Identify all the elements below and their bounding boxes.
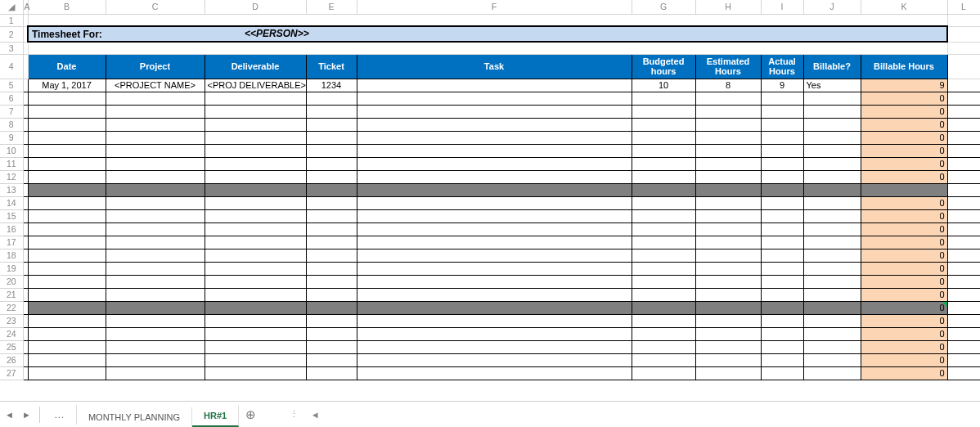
cell[interactable] <box>106 222 205 236</box>
cell[interactable] <box>947 209 980 222</box>
cell[interactable] <box>761 170 803 183</box>
cell[interactable] <box>695 353 761 366</box>
col-header[interactable]: I <box>761 0 803 14</box>
header-deliverable[interactable]: Deliverable <box>205 54 306 79</box>
row-header[interactable]: 12 <box>0 170 23 183</box>
cell[interactable] <box>28 105 106 118</box>
cell[interactable] <box>306 92 357 105</box>
cell[interactable] <box>761 92 803 105</box>
cell[interactable] <box>947 288 980 301</box>
col-header[interactable]: K <box>861 0 947 14</box>
cell[interactable] <box>632 131 695 144</box>
cell[interactable] <box>803 196 861 209</box>
cell[interactable] <box>632 353 695 366</box>
cell[interactable] <box>357 366 632 380</box>
cell[interactable] <box>205 236 306 249</box>
cell[interactable] <box>632 170 695 183</box>
cell[interactable] <box>632 275 695 288</box>
cell[interactable] <box>205 183 306 196</box>
row-header[interactable]: 5 <box>0 79 23 92</box>
cell[interactable] <box>306 170 357 183</box>
cell[interactable] <box>695 249 761 262</box>
cell[interactable] <box>947 222 980 236</box>
cell[interactable] <box>761 275 803 288</box>
row-header[interactable]: 1 <box>0 14 23 26</box>
col-header[interactable]: H <box>695 0 761 14</box>
cell[interactable] <box>761 288 803 301</box>
cell[interactable] <box>306 183 357 196</box>
add-sheet-button[interactable]: ⊕ <box>239 407 262 422</box>
cell[interactable] <box>205 118 306 131</box>
row-header[interactable]: 25 <box>0 340 23 353</box>
cell[interactable] <box>803 262 861 275</box>
cell[interactable] <box>947 301 980 314</box>
cell[interactable] <box>695 157 761 170</box>
cell[interactable] <box>205 327 306 340</box>
cell[interactable] <box>28 222 106 236</box>
cell[interactable] <box>632 314 695 327</box>
cell[interactable] <box>632 288 695 301</box>
cell[interactable] <box>28 353 106 366</box>
cell[interactable] <box>205 105 306 118</box>
cell[interactable] <box>106 170 205 183</box>
row-header[interactable]: 27 <box>0 366 23 380</box>
cell[interactable] <box>761 183 803 196</box>
cell[interactable] <box>695 275 761 288</box>
cell[interactable] <box>28 236 106 249</box>
row-header[interactable]: 10 <box>0 144 23 157</box>
cell-billable-hours[interactable]: 0 <box>861 340 947 353</box>
cell-billable-hours[interactable]: 0 <box>861 144 947 157</box>
cell[interactable] <box>947 54 980 79</box>
cell[interactable] <box>306 157 357 170</box>
cell[interactable] <box>632 327 695 340</box>
cell-billable-hours[interactable]: 0 <box>861 131 947 144</box>
row-header[interactable]: 13 <box>0 183 23 196</box>
cell[interactable] <box>205 196 306 209</box>
row-header[interactable]: 7 <box>0 105 23 118</box>
cell[interactable] <box>106 366 205 380</box>
cell[interactable] <box>803 183 861 196</box>
row-header[interactable]: 21 <box>0 288 23 301</box>
cell[interactable] <box>761 353 803 366</box>
cell[interactable] <box>761 118 803 131</box>
cell[interactable] <box>205 353 306 366</box>
cell[interactable] <box>761 249 803 262</box>
col-header[interactable]: J <box>803 0 861 14</box>
cell[interactable] <box>761 327 803 340</box>
cell[interactable] <box>947 14 980 26</box>
cell[interactable] <box>695 288 761 301</box>
cell[interactable] <box>632 222 695 236</box>
cell[interactable] <box>357 314 632 327</box>
cell[interactable] <box>632 196 695 209</box>
grid-area[interactable]: ◢ A B C D E F G H I J K L 1 <box>0 0 980 401</box>
cell[interactable] <box>803 275 861 288</box>
cell[interactable] <box>947 105 980 118</box>
cell[interactable] <box>106 275 205 288</box>
cell[interactable] <box>947 262 980 275</box>
cell[interactable] <box>632 301 695 314</box>
cell[interactable] <box>28 262 106 275</box>
cell[interactable] <box>106 340 205 353</box>
cell[interactable] <box>28 301 106 314</box>
cell[interactable] <box>28 196 106 209</box>
tab-hr1[interactable]: HR#1 <box>192 406 239 427</box>
cell[interactable] <box>28 118 106 131</box>
cell[interactable] <box>357 236 632 249</box>
cell[interactable] <box>306 314 357 327</box>
cell[interactable] <box>761 222 803 236</box>
row-header[interactable]: 15 <box>0 209 23 222</box>
cell[interactable] <box>306 222 357 236</box>
cell[interactable] <box>106 327 205 340</box>
cell[interactable] <box>357 170 632 183</box>
cell-billable-hours[interactable]: 0 <box>861 118 947 131</box>
cell[interactable] <box>357 288 632 301</box>
cell[interactable] <box>632 236 695 249</box>
cell[interactable] <box>761 340 803 353</box>
scroll-left-icon[interactable]: ◄ <box>308 409 322 420</box>
cell[interactable] <box>357 92 632 105</box>
cell[interactable] <box>205 209 306 222</box>
row-header[interactable]: 6 <box>0 92 23 105</box>
cell[interactable] <box>306 236 357 249</box>
cell[interactable] <box>306 275 357 288</box>
cell[interactable] <box>28 314 106 327</box>
